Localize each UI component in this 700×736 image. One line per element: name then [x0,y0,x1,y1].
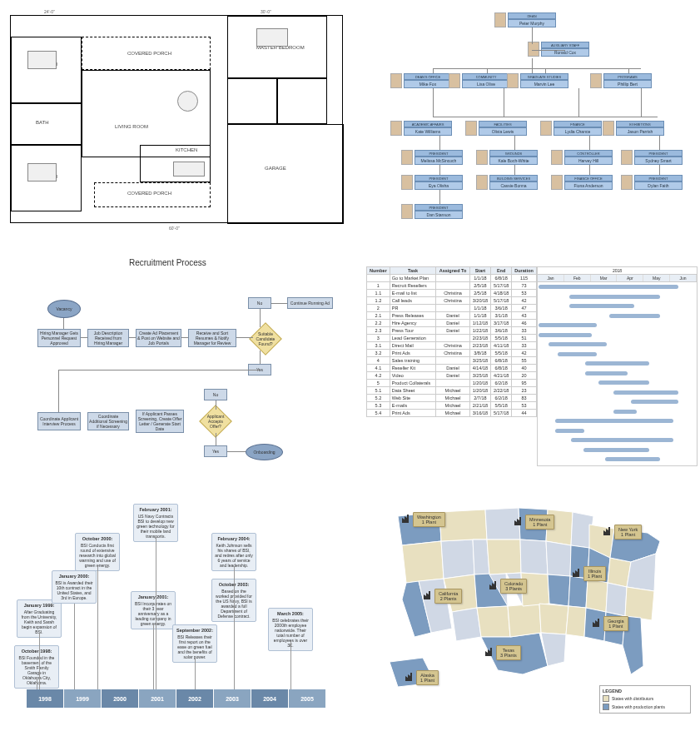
org-title: PRESIDENT [415,204,463,211]
gantt-row: Go to Market Plan1/1/186/8/18115 [367,275,537,282]
plant-label: Georgia1 Plant [603,616,628,631]
timeline-year: 2004 [251,689,289,708]
org-title: DEAN [508,12,556,19]
org-name: Harvey Hill [564,157,613,165]
timeline-year: 2000 [102,689,139,708]
gantt-bar [569,295,660,299]
factory-icon [405,672,415,682]
gantt-chart: NumberTaskAssigned ToStartEndDurationGo … [366,266,698,466]
plant-label: Texas3 Plants [496,645,521,660]
gantt-bar [549,342,607,346]
gantt-row: 5.4Print AdsMichael3/16/185/17/1844 [367,410,537,417]
factory-icon [489,580,499,590]
gantt-row: 1.1E-mail to listChristina2/5/184/18/185… [367,290,537,297]
org-title: GROUNDS [489,150,538,157]
gantt-month: Apr [617,275,643,281]
org-title: PRESIDENT [415,150,463,157]
gantt-row: 3.2Print AdsChristina3/8/185/5/1842 [367,350,537,357]
gantt-row: 5.2Web SiteMichael2/7/186/2/1883 [367,395,537,402]
gantt-bar [585,371,628,375]
legend-dist: States with distributors [612,696,653,701]
org-title: BUILDING SERVICES [489,175,538,182]
timeline-year: 2005 [289,689,326,708]
factory-icon [572,568,582,578]
org-title: EXHIBITIONS [616,121,664,127]
gantt-month: Mar [591,275,618,281]
gantt-row: 4Sales training3/25/186/8/1855 [367,357,537,365]
plant-label: Washington1 Plant [413,512,445,527]
org-name: Marvin Lee [520,80,568,88]
gantt-row: 4.2VideoDaniel3/25/184/21/1820 [367,372,537,380]
gantt-bar [585,361,649,366]
gantt-row: 3.1Direct MailChristina2/23/184/11/1833 [367,342,537,350]
org-name: Lydia Chance [554,127,602,136]
gantt-row: 5Product Collaterals1/20/186/2/1895 [367,380,537,387]
map-area: Washington1 PlantMinnesota1 PlantNew Yor… [373,500,681,695]
dim-top2: 30'-0" [261,9,271,14]
kitchen-label: KITCHEN [176,147,197,152]
factory-icon [484,647,494,657]
org-title: FACILITIES [479,121,527,127]
gantt-bar [539,333,592,337]
no1-label: No [248,297,271,309]
flowchart-title: Recruitment Process [129,258,206,267]
org-name: Kale Boch-White [489,157,538,165]
gantt-row: 1Recruit Resellers2/5/185/17/1873 [367,282,537,290]
dim-top1: 24'-0" [44,9,55,14]
gantt-bar [539,323,597,327]
porch-label: COVERED PORCH [127,51,171,56]
org-name: Dan Stanson [415,211,463,219]
offer-node: If Applicant Passes Screening, Create Of… [136,410,184,433]
gantt-row: 2.2Hire AgencyDaniel1/12/183/17/1846 [367,320,537,327]
gantt-bar [605,457,659,461]
org-name: Eya Olisha [415,182,463,190]
org-name: Peter Murphy [508,19,556,27]
timeline-year: 2002 [176,689,214,708]
legend-prod: States with production plants [612,704,665,709]
org-title: PROGRAMS [603,73,652,80]
gantt-bar [609,314,660,318]
gantt-month: Feb [564,275,591,281]
gantt-bars-area: 2018JanFebMarAprMayJun [537,266,698,466]
org-title: PRESIDENT [634,175,683,182]
factory-icon [603,526,613,536]
org-chart-diagram: DEANPeter MurphyAUXILIARY STAFFRonald Co… [366,8,698,225]
org-title: FINANCE [554,121,602,127]
receive-node: Receive and Sort Resumes & Notify Manage… [188,329,236,347]
org-name: Phillip Bert [603,80,652,88]
gantt-bar [558,352,597,356]
hiring-node: Hiring Manager Gets Personnel Request Ap… [37,329,81,347]
createad-node: Create Ad Placement & Post on Website an… [136,329,181,347]
plant-label: New York1 Plant [614,525,642,540]
interview-node: Coordinate Applicant Interview Process [37,412,81,430]
porch2-label: COVERED PORCH [127,191,171,196]
suitable-decision: Suitable Candidate Found? [249,322,282,356]
gantt-row: 2.1Press ReleasesDaniel1/1/183/1/1843 [367,312,537,320]
gantt-bar [598,380,649,385]
gantt-header: Start [469,267,490,275]
gantt-header: Assigned To [436,267,470,275]
company-timeline: October 1998:BSI Founded in the basement… [10,500,343,720]
us-plants-map: Washington1 PlantMinnesota1 PlantNew Yor… [373,500,698,720]
gantt-bar [569,304,634,308]
org-name: Olivia Lewis [479,127,527,136]
timeline-year: 1999 [64,689,102,708]
onboard-node: Onboarding [246,444,283,460]
factory-icon [401,514,411,524]
gantt-header: End [491,267,512,275]
gantt-bar [539,285,678,289]
gantt-row: 4.1Reseller KitDaniel4/14/186/8/1840 [367,365,537,372]
org-name: Melissa McSincoch [415,157,463,165]
plant-label: Minnesota1 Plant [525,515,554,530]
gantt-header: Task [390,267,435,275]
org-name: Lisa Olive [462,80,510,88]
gantt-month: Jun [670,275,697,281]
org-name: Dylan Faith [634,182,683,190]
org-title: FINANCE OFFICE [564,175,613,182]
timeline-event: January 2000:BSI is Awarded their 10th c… [52,570,97,604]
gantt-header: Duration [512,267,537,275]
gantt-bar [613,390,678,395]
gantt-row: 2PR1/1/183/6/1847 [367,305,537,312]
gantt-bar [613,410,637,414]
gantt-table: NumberTaskAssigned ToStartEndDurationGo … [366,266,537,417]
